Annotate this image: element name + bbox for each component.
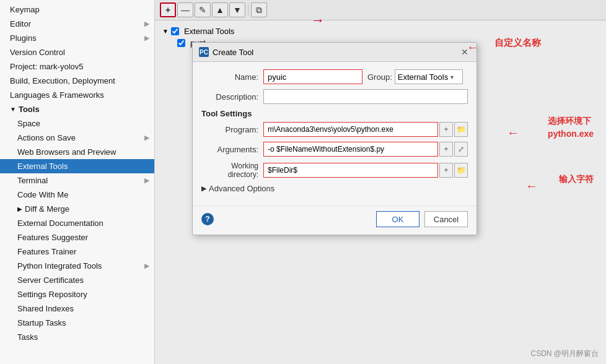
- group-select-area: Group: External Tools ▾: [367, 69, 463, 84]
- name-label: Name:: [201, 72, 263, 82]
- sidebar: Keymap Editor ▶ Plugins ▶ Version Contro…: [0, 0, 155, 364]
- sidebar-item-label: Version Control: [10, 48, 65, 57]
- sidebar-item-server-certificates[interactable]: Server Certificates: [0, 273, 154, 287]
- program-input-area: + 📁: [263, 122, 468, 137]
- chevron-down-icon: ▾: [450, 74, 454, 80]
- group-label: Group:: [367, 72, 392, 82]
- sidebar-item-build[interactable]: Build, Execution, Deployment: [0, 74, 154, 88]
- advanced-arrow-icon: ▶: [201, 184, 206, 193]
- dialog-title: Create Tool: [213, 48, 253, 57]
- sidebar-item-startup-tasks[interactable]: Startup Tasks: [0, 316, 154, 330]
- name-row: Name: Group: External Tools ▾: [201, 69, 468, 84]
- expand-arrow-icon: ▼: [10, 106, 16, 113]
- arguments-label: Arguments:: [201, 145, 263, 154]
- main-content: + — ✎ ▲ ▼ ⧉ ▼ External Tools pyqt 自定义名称 …: [155, 0, 606, 364]
- sidebar-item-label: Keymap: [10, 5, 40, 14]
- sidebar-item-keymap[interactable]: Keymap: [0, 2, 154, 17]
- advanced-label: Advanced Options: [209, 184, 274, 193]
- sidebar-item-label: Build, Execution, Deployment: [10, 76, 115, 85]
- sidebar-item-web-browsers[interactable]: Web Browsers and Preview: [0, 145, 154, 159]
- arguments-add-button[interactable]: +: [439, 142, 453, 157]
- create-tool-dialog: PC Create Tool ✕ Name: Group: External T…: [192, 42, 477, 235]
- sidebar-item-code-with-me[interactable]: Code With Me: [0, 188, 154, 202]
- cancel-button[interactable]: Cancel: [424, 211, 468, 227]
- working-dir-add-button[interactable]: +: [439, 163, 453, 178]
- sidebar-item-label: Editor: [10, 19, 31, 28]
- dialog-body: Name: Group: External Tools ▾ Descriptio…: [193, 62, 476, 201]
- sidebar-item-external-tools[interactable]: External Tools: [0, 159, 154, 173]
- sidebar-item-label: Terminal: [17, 176, 48, 185]
- ok-button[interactable]: OK: [376, 211, 419, 227]
- description-input[interactable]: [263, 89, 468, 104]
- expand-icon: ▶: [144, 134, 149, 142]
- sidebar-item-label: Languages & Frameworks: [10, 90, 104, 100]
- sidebar-item-settings-repository[interactable]: Settings Repository: [0, 287, 154, 301]
- sidebar-item-plugins[interactable]: Plugins ▶: [0, 31, 154, 45]
- sidebar-item-label: Features Suggester: [17, 233, 88, 242]
- sidebar-item-label: Tasks: [17, 332, 38, 342]
- sidebar-item-editor[interactable]: Editor ▶: [0, 17, 154, 31]
- program-browse-button[interactable]: 📁: [454, 122, 468, 137]
- expand-icon: ▶: [144, 20, 149, 28]
- program-input[interactable]: [263, 122, 438, 137]
- name-input[interactable]: [263, 69, 362, 84]
- description-label: Description:: [201, 92, 263, 102]
- working-dir-browse-button[interactable]: 📁: [454, 163, 468, 178]
- advanced-options-section[interactable]: ▶ Advanced Options: [201, 184, 468, 193]
- expand-icon: ▶: [144, 262, 149, 270]
- working-dir-label: Working directory:: [201, 162, 263, 179]
- program-add-button[interactable]: +: [439, 122, 453, 137]
- sidebar-item-label: Tools: [19, 105, 40, 114]
- dialog-footer: ? OK Cancel: [193, 206, 476, 235]
- sidebar-item-actions-on-save[interactable]: Actions on Save ▶: [0, 131, 154, 145]
- program-row: Program: + 📁: [201, 122, 468, 137]
- sidebar-item-external-doc[interactable]: External Documentation: [0, 216, 154, 230]
- group-dropdown[interactable]: External Tools ▾: [395, 69, 463, 84]
- sidebar-item-features-suggester[interactable]: Features Suggester: [0, 230, 154, 245]
- dialog-close-button[interactable]: ✕: [459, 46, 470, 58]
- program-label: Program:: [201, 125, 263, 134]
- arguments-expand-button[interactable]: ⤢: [454, 142, 468, 157]
- sidebar-item-tools[interactable]: ▼ Tools: [0, 102, 154, 116]
- footer-buttons: OK Cancel: [376, 211, 468, 227]
- sidebar-item-label: Startup Tasks: [17, 318, 66, 327]
- description-row: Description:: [201, 89, 468, 104]
- sidebar-item-label: Actions on Save: [17, 133, 76, 142]
- sidebar-item-label: Features Trainer: [17, 247, 76, 256]
- sidebar-item-label: Code With Me: [17, 190, 68, 199]
- sidebar-item-shared-indexes[interactable]: Shared Indexes: [0, 301, 154, 316]
- tool-settings-area: Program: + 📁 Arguments: + ⤢: [201, 122, 468, 179]
- sidebar-item-label: Project: mark-yolov5: [10, 62, 83, 71]
- expand-icon: ▶: [144, 34, 149, 42]
- sidebar-item-label: Plugins: [10, 33, 37, 43]
- sidebar-item-languages[interactable]: Languages & Frameworks: [0, 88, 154, 102]
- sidebar-item-terminal[interactable]: Terminal ▶: [0, 173, 154, 188]
- sidebar-item-label: Web Browsers and Preview: [17, 147, 116, 157]
- working-dir-row: Working directory: + 📁: [201, 162, 468, 179]
- sidebar-item-diff-merge[interactable]: ▶ Diff & Merge: [0, 202, 154, 216]
- sidebar-item-space[interactable]: Space: [0, 116, 154, 131]
- sidebar-item-label: Space: [17, 119, 40, 128]
- help-button[interactable]: ?: [201, 213, 214, 225]
- sidebar-item-version-control[interactable]: Version Control: [0, 45, 154, 59]
- sidebar-item-label: ▶ Diff & Merge: [17, 204, 69, 214]
- dialog-titlebar: PC Create Tool ✕: [193, 43, 476, 62]
- sidebar-item-label: External Tools: [17, 162, 68, 171]
- sidebar-item-python-integrated[interactable]: Python Integrated Tools ▶: [0, 259, 154, 273]
- dialog-icon: PC: [199, 47, 209, 57]
- sidebar-item-label: Shared Indexes: [17, 304, 74, 313]
- expand-arrow-icon: ▶: [17, 206, 22, 212]
- sidebar-item-project[interactable]: Project: mark-yolov5: [0, 59, 154, 74]
- sidebar-item-features-trainer[interactable]: Features Trainer: [0, 245, 154, 259]
- sidebar-item-label: Python Integrated Tools: [17, 261, 102, 271]
- tool-settings-section-title: Tool Settings: [201, 109, 468, 118]
- arguments-row: Arguments: + ⤢: [201, 142, 468, 157]
- sidebar-item-label: External Documentation: [17, 219, 103, 228]
- sidebar-item-label: Server Certificates: [17, 275, 84, 285]
- working-dir-input[interactable]: [263, 163, 438, 178]
- group-dropdown-value: External Tools: [398, 72, 448, 82]
- arguments-input[interactable]: [263, 142, 438, 157]
- sidebar-item-tasks[interactable]: Tasks: [0, 330, 154, 344]
- expand-icon: ▶: [144, 176, 149, 184]
- working-dir-input-area: + 📁: [263, 163, 468, 178]
